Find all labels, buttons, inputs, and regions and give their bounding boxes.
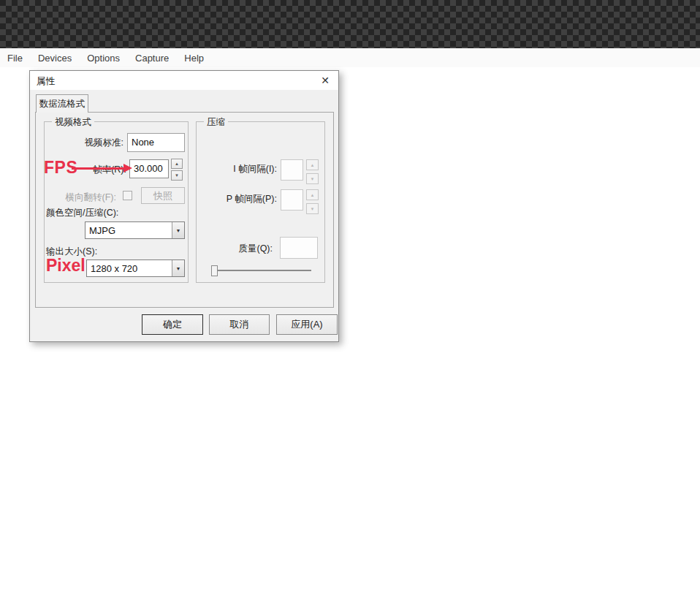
tab-label: 数据流格式 [39, 98, 85, 110]
p-frame-spin-up: ▲ [306, 189, 319, 200]
dropdown-arrow-icon[interactable]: ▼ [172, 222, 184, 238]
menu-bar: File Devices Options Capture Help [0, 48, 700, 67]
quality-slider-track[interactable] [214, 270, 311, 271]
video-standard-field[interactable]: None [127, 133, 185, 152]
color-space-value: MJPG [85, 225, 172, 236]
i-frame-spin-up: ▲ [306, 159, 319, 170]
video-format-group-title: 视频格式 [52, 116, 94, 129]
horizontal-flip-checkbox[interactable] [123, 191, 132, 200]
menu-item-file[interactable]: File [4, 50, 26, 66]
compression-group-title: 压缩 [204, 116, 228, 129]
menu-item-devices[interactable]: Devices [35, 50, 75, 66]
frame-rate-label: 帧率(R): [85, 164, 126, 176]
spinner-down-icon: ▼ [175, 173, 179, 178]
menu-item-help[interactable]: Help [181, 50, 207, 66]
spinner-up-icon: ▲ [175, 162, 179, 166]
output-size-value: 1280 x 720 [87, 263, 172, 274]
dialog-title: 属性 [37, 75, 55, 88]
menu-item-capture[interactable]: Capture [132, 50, 172, 66]
video-standard-label: 视频标准: [70, 137, 123, 149]
p-frame-spin-down: ▼ [306, 203, 319, 214]
frame-rate-spin-up[interactable]: ▲ [171, 159, 183, 169]
close-icon: ✕ [321, 75, 330, 86]
horizontal-flip-label: 横向翻转(F): [52, 192, 116, 204]
spinner-up-icon: ▲ [311, 193, 315, 197]
menu-item-options[interactable]: Options [84, 50, 123, 66]
i-frame-spin-down: ▼ [306, 173, 319, 184]
spinner-up-icon: ▲ [311, 163, 315, 167]
output-size-label: 输出大小(S): [46, 246, 97, 258]
apply-button[interactable]: 应用(A) [276, 314, 338, 335]
quality-input [280, 237, 318, 259]
frame-rate-input[interactable]: 30.000 [129, 159, 169, 178]
spinner-down-icon: ▼ [311, 207, 315, 211]
cancel-button[interactable]: 取消 [209, 314, 270, 335]
close-button[interactable]: ✕ [316, 72, 335, 88]
dialog-titlebar[interactable]: 属性 ✕ [30, 71, 338, 90]
color-space-dropdown[interactable]: MJPG ▼ [85, 221, 185, 239]
snapshot-button: 快照 [141, 187, 185, 204]
p-frame-interval-input [281, 189, 303, 211]
frame-rate-spin-down[interactable]: ▼ [171, 170, 183, 181]
properties-dialog: 属性 ✕ 数据流格式 视频格式 视频标准: None 帧率(R): 30.000… [29, 70, 339, 342]
quality-slider-thumb[interactable] [211, 265, 218, 276]
tab-stream-format[interactable]: 数据流格式 [36, 94, 88, 113]
spinner-down-icon: ▼ [311, 177, 315, 181]
output-size-dropdown[interactable]: 1280 x 720 ▼ [86, 259, 185, 277]
i-frame-interval-input [281, 159, 303, 181]
i-frame-interval-label: I 帧间隔(I): [205, 163, 277, 175]
p-frame-interval-label: P 帧间隔(P): [205, 193, 277, 205]
dropdown-arrow-icon[interactable]: ▼ [172, 260, 184, 276]
quality-label: 质量(Q): [220, 243, 273, 255]
transparency-checkerboard [0, 0, 700, 48]
ok-button[interactable]: 确定 [142, 314, 203, 335]
color-space-label: 颜色空间/压缩(C): [46, 207, 118, 219]
